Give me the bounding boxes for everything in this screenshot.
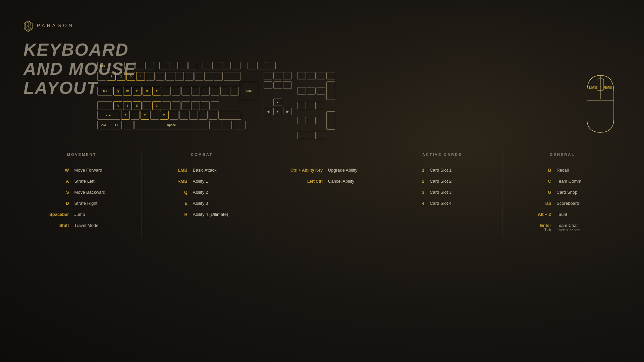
key-lbracket xyxy=(211,87,219,96)
mouse-area: LMB RMB xyxy=(577,69,624,140)
key-label: G xyxy=(528,190,551,195)
combat-title: COMBAT xyxy=(144,153,260,159)
nav-cluster: ▲ ◀ ▼ ▶ xyxy=(264,72,292,116)
bind-row: 2 Card Slot 2 xyxy=(384,179,500,184)
bind-row: 4 Card Slot 4 xyxy=(384,201,500,206)
key-m xyxy=(179,111,188,120)
action-label: Card Shop xyxy=(556,190,597,195)
bind-row: 3 Card Slot 3 xyxy=(384,190,500,195)
key-f9 xyxy=(203,62,211,69)
key-shift-r xyxy=(218,111,241,120)
numpad xyxy=(297,72,335,140)
number-row: 1 2 3 4 xyxy=(97,72,258,81)
action-label: Jump xyxy=(74,212,115,217)
key-label: R xyxy=(171,212,187,217)
key-h xyxy=(162,101,171,110)
key-pgdn xyxy=(283,81,292,89)
key-quote xyxy=(211,101,219,110)
bind-row: B Recall xyxy=(504,168,621,173)
bind-row: C Team Comm xyxy=(504,179,621,184)
key-scrlk xyxy=(257,62,266,69)
key-g: G xyxy=(152,101,161,110)
key-5 xyxy=(146,72,155,81)
cards-title: ACTIVE CARDS xyxy=(384,153,500,159)
key-num-enter xyxy=(326,111,335,130)
key-num4 xyxy=(297,102,306,109)
key-r: R xyxy=(143,87,151,96)
key-f11 xyxy=(222,62,231,69)
key-f2 xyxy=(126,62,135,69)
key-label: 1 xyxy=(414,168,424,173)
section-cards: ACTIVE CARDS 1 Card Slot 1 2 Card Slot 2… xyxy=(384,153,500,238)
key-left: ◀ xyxy=(264,108,272,115)
key-label: Shift xyxy=(49,223,69,228)
key-period xyxy=(199,111,208,120)
bind-row: E Ability 3 xyxy=(144,201,260,206)
key-esc: Esc xyxy=(97,62,107,69)
key-e: E xyxy=(133,87,142,96)
key-v xyxy=(150,111,159,120)
key-num3 xyxy=(317,117,325,124)
key-numlock xyxy=(297,72,306,79)
bind-row: W Move Forward xyxy=(23,168,140,173)
key-meta xyxy=(123,121,133,129)
action-label: Card Slot 4 xyxy=(430,201,470,206)
key-d: D xyxy=(133,101,142,110)
key-down: ▼ xyxy=(273,108,282,115)
key-7 xyxy=(165,72,174,81)
action-label: Card Slot 3 xyxy=(430,190,470,195)
section-general: GENERAL B Recall C Team Comm G Card Shop… xyxy=(504,153,621,238)
bind-row: 1 Card Slot 1 xyxy=(384,168,500,173)
key-i xyxy=(181,87,190,96)
divider xyxy=(142,153,142,238)
action-label: Recall xyxy=(556,168,597,173)
bind-row: Left Ctrl Cancel Ability xyxy=(264,179,380,184)
key-prtsc xyxy=(248,62,256,69)
key-sub-label: Tab xyxy=(544,228,551,232)
key-backslash xyxy=(230,87,239,96)
key-ctrl-r xyxy=(233,121,246,129)
key-n xyxy=(170,111,178,120)
key-a: A xyxy=(113,101,122,110)
key-f xyxy=(143,101,151,110)
key-slash xyxy=(209,111,217,120)
logo-area: PARAGON xyxy=(23,20,74,31)
key-f1 xyxy=(116,62,125,69)
key-c: C xyxy=(141,111,149,120)
key-label: W xyxy=(49,168,69,173)
movement-title: MOVEMENT xyxy=(23,153,140,159)
key-label: B xyxy=(528,168,551,173)
key-pause xyxy=(267,62,276,69)
key-num7 xyxy=(297,87,306,95)
action-label: Taunt xyxy=(556,212,597,217)
key-label: Enter xyxy=(540,223,551,228)
general-title: GENERAL xyxy=(504,153,621,159)
sections-area: MOVEMENT W Move Forward A Strafe Left S … xyxy=(23,153,621,238)
action-label: Scoreboard xyxy=(556,201,597,206)
key-backspace xyxy=(224,72,240,81)
key-num5 xyxy=(307,102,316,109)
key-alt-l: Alt xyxy=(111,121,122,129)
bind-row: R Ability 4 (Ultimate) xyxy=(144,212,260,217)
key-num2 xyxy=(307,117,316,124)
rmb-label: RMB xyxy=(603,85,612,89)
bind-row: S Move Backward xyxy=(23,190,140,195)
key-j xyxy=(172,101,180,110)
key-label: A xyxy=(49,179,69,184)
key-t: T xyxy=(152,87,161,96)
key-label: Spacebar xyxy=(49,212,69,217)
action-label: Ability 3 xyxy=(193,201,233,206)
section-combat2: - Ctrl + Ability Key Upgrade Ability Lef… xyxy=(264,153,380,238)
key-num-plus xyxy=(326,81,335,100)
asdf-row: A S D G xyxy=(97,101,258,110)
divider xyxy=(502,153,502,238)
key-f12 xyxy=(232,62,240,69)
key-caps xyxy=(97,101,112,110)
key-6 xyxy=(156,72,164,81)
key-8 xyxy=(175,72,184,81)
key-3: 3 xyxy=(126,72,135,81)
key-f5 xyxy=(159,62,168,69)
key-q: Q xyxy=(113,87,122,96)
space-row: Ctrl Alt Space xyxy=(97,121,258,129)
key-f8 xyxy=(189,62,197,69)
